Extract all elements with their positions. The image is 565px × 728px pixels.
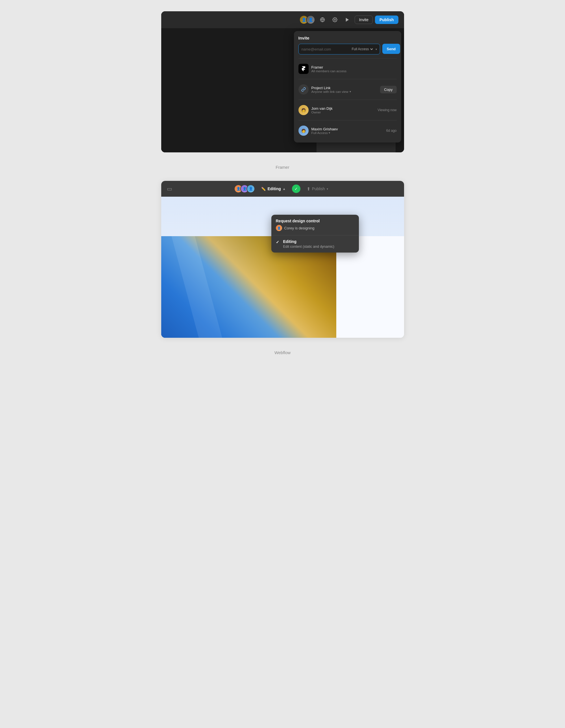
framer-card: 👤 👤 Invite Publish Invite (161, 11, 404, 152)
editing-label: Editing (267, 187, 280, 191)
jorn-action: Viewing now (378, 108, 397, 112)
framer-logo-avatar (299, 64, 309, 74)
publish-label-wf: Publish (312, 187, 325, 191)
maxim-access[interactable]: Full Access ▾ (312, 131, 384, 135)
chevron-up-icon: ▲ (282, 187, 286, 190)
editing-button[interactable]: ✏️ Editing ▲ (258, 185, 288, 192)
project-link-sub: Anyone with link can view ▾ (312, 90, 378, 93)
svg-point-2 (334, 19, 336, 21)
corey-avatar: 👤 (276, 225, 282, 231)
play-icon (345, 17, 350, 22)
chevron-down-icon: ▾ (376, 48, 377, 51)
invite-button[interactable]: Invite (355, 16, 373, 24)
checkmark-icon: ✓ (276, 239, 279, 244)
invite-panel-title: Invite (299, 36, 397, 40)
request-design-section: Request design control 👤 Corey is design… (271, 215, 359, 235)
invite-input-wrap: Full Access View Only ▾ (299, 44, 380, 54)
divider-2 (299, 79, 397, 79)
publish-button-framer[interactable]: Publish (375, 16, 399, 24)
green-check-icon: ✓ (292, 185, 301, 193)
email-input[interactable] (302, 44, 349, 54)
access-select[interactable]: Full Access View Only (351, 47, 374, 51)
svg-marker-3 (346, 18, 349, 22)
webflow-label: Webflow (274, 350, 291, 355)
framer-avatar-group: 👤 👤 (299, 15, 315, 24)
chevron-down-icon-maxim: ▾ (329, 131, 330, 134)
chevron-down-icon-publish: ▾ (327, 187, 328, 190)
wf-avatar-3: 👤 (246, 185, 255, 193)
project-link-row: Project Link Anyone with link can view ▾… (299, 82, 397, 97)
project-link-name: Project Link (312, 86, 378, 90)
project-link-info: Project Link Anyone with link can view ▾ (312, 86, 378, 93)
jorn-info: Jorn van Dijk Owner (312, 106, 375, 114)
framer-org-sub: All members can access (312, 69, 397, 73)
link-icon (301, 87, 306, 92)
editing-option-section: ✓ Editing Edit content (static and dynam… (271, 235, 359, 253)
framer-logo-icon (301, 66, 306, 71)
maxim-row: 🧑 Maxim Grishaev Full Access ▾ 6d ago (299, 123, 397, 138)
gear-icon (332, 17, 338, 22)
corey-status: Corey is designing (285, 226, 315, 230)
corey-row: 👤 Corey is designing (276, 225, 354, 231)
invite-panel: Invite Full Access View Only ▾ Send (294, 31, 401, 142)
webflow-topbar: ▭ 👤 👤 👤 ✏️ Editing ▲ ✓ ⬆ Publish ▾ (161, 181, 404, 197)
jorn-row: 🧑 Jorn van Dijk Owner Viewing now (299, 103, 397, 117)
framer-label: Framer (275, 165, 289, 170)
request-design-title: Request design control (276, 219, 354, 223)
editing-option-sub: Edit content (static and dynamic) (283, 245, 334, 249)
editing-option-label: Editing (283, 239, 334, 244)
divider-3 (299, 100, 397, 100)
link-icon-avatar (299, 84, 309, 95)
invite-input-row: Full Access View Only ▾ Send (299, 44, 397, 54)
editing-info: Editing Edit content (static and dynamic… (283, 239, 334, 249)
maxim-name: Maxim Grishaev (312, 127, 384, 131)
framer-body: Invite Full Access View Only ▾ Send (161, 28, 404, 152)
editing-dropdown: Request design control 👤 Corey is design… (271, 215, 359, 253)
publish-button-webflow[interactable]: ⬆ Publish ▾ (304, 185, 331, 193)
webflow-center: 👤 👤 👤 ✏️ Editing ▲ ✓ ⬆ Publish ▾ (234, 185, 331, 193)
divider-1 (299, 58, 397, 59)
jorn-sub: Owner (312, 111, 375, 114)
maxim-avatar: 🧑 (299, 126, 309, 136)
publish-icon: ⬆ (307, 186, 310, 192)
pencil-icon: ✏️ (261, 187, 266, 191)
play-icon-button[interactable] (342, 15, 353, 25)
webflow-card: ▭ 👤 👤 👤 ✏️ Editing ▲ ✓ ⬆ Publish ▾ (161, 181, 404, 338)
copy-button[interactable]: Copy (380, 86, 397, 93)
framer-topbar: 👤 👤 Invite Publish (161, 11, 404, 28)
framer-org-info: Framer All members can access (312, 65, 397, 73)
maxim-info: Maxim Grishaev Full Access ▾ (312, 127, 384, 135)
globe-icon (320, 17, 325, 22)
chevron-down-icon-link: ▾ (350, 90, 351, 93)
maxim-action: 6d ago (386, 129, 397, 133)
globe-icon-button[interactable] (318, 15, 328, 25)
send-button[interactable]: Send (382, 44, 400, 54)
wf-avatar-group: 👤 👤 👤 (234, 185, 255, 193)
framer-org-row: Framer All members can access (299, 62, 397, 76)
jorn-avatar: 🧑 (299, 105, 309, 115)
framer-org-name: Framer (312, 65, 397, 69)
avatar-user2: 👤 (306, 15, 315, 24)
jorn-name: Jorn van Dijk (312, 106, 375, 111)
webflow-left: ▭ (167, 185, 172, 192)
device-icon: ▭ (167, 186, 172, 192)
settings-icon-button[interactable] (330, 15, 340, 25)
